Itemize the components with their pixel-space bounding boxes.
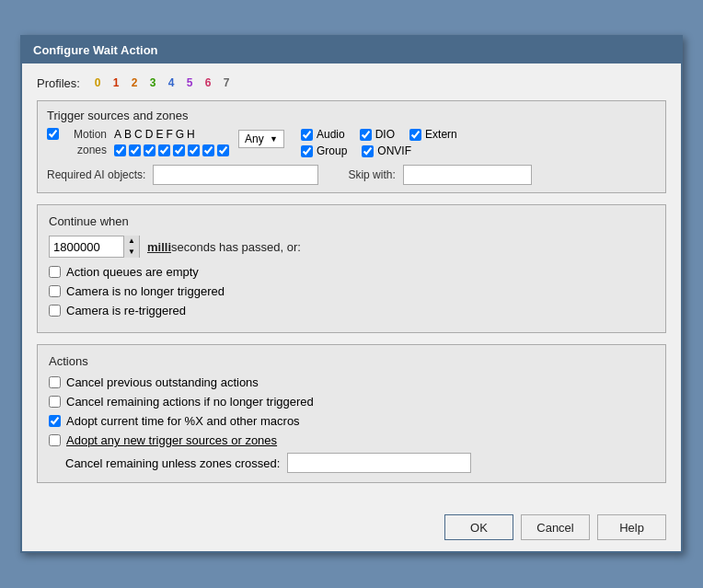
zone-b-label: B — [124, 128, 132, 141]
cancel-remaining-label: Cancel remaining actions if no longer tr… — [66, 395, 314, 409]
ms-prefix: milli — [147, 240, 171, 254]
cancel-remaining-checkbox[interactable] — [49, 396, 61, 408]
adopt-time-checkbox[interactable] — [49, 415, 61, 427]
re-triggered-checkbox[interactable] — [49, 305, 61, 317]
profile-0[interactable]: 0 — [89, 75, 106, 91]
zone-e-label: E — [156, 128, 163, 141]
continue-row: ▲ ▼ milliseconds has passed, or: — [49, 236, 654, 258]
re-triggered-label: Camera is re-triggered — [66, 304, 186, 317]
cancel-previous-row: Cancel previous outstanding actions — [49, 375, 654, 389]
profile-2[interactable]: 2 — [126, 75, 143, 91]
group-checkbox[interactable] — [301, 145, 313, 157]
cancel-zones-input[interactable] — [287, 453, 471, 473]
cancel-zones-label: Cancel remaining unless zones crossed: — [65, 456, 280, 470]
ms-rest: seconds has passed, or: — [171, 240, 301, 254]
main-trigger-checkbox[interactable] — [47, 128, 59, 140]
right-checks: Audio DIO Extern — [301, 128, 457, 157]
adopt-new-trigger-label: Adopt any new trigger sources or zones — [66, 433, 277, 447]
dialog-title: Configure Wait Action — [22, 37, 681, 63]
cancel-previous-label: Cancel previous outstanding actions — [66, 375, 259, 389]
cancel-button[interactable]: Cancel — [521, 514, 590, 540]
skip-with-label: Skip with: — [348, 168, 395, 181]
audio-label: Audio — [317, 128, 345, 141]
profile-1[interactable]: 1 — [108, 75, 124, 91]
dio-label: DIO — [375, 128, 395, 141]
cancel-previous-checkbox[interactable] — [49, 376, 61, 388]
profile-4[interactable]: 4 — [163, 75, 179, 91]
required-ai-label: Required AI objects: — [47, 168, 145, 181]
onvif-check-item: ONVIF — [362, 144, 411, 157]
zone-f-label: F — [166, 128, 172, 141]
zone-b-cb[interactable] — [129, 144, 141, 156]
skip-with-input[interactable] — [403, 165, 532, 185]
ms-spinner: ▲ ▼ — [123, 236, 139, 258]
action-queues-checkbox[interactable] — [49, 266, 61, 278]
extern-check-item: Extern — [409, 128, 457, 141]
zone-g-label: G — [176, 128, 184, 141]
ms-spin-down[interactable]: ▼ — [124, 247, 139, 258]
help-button[interactable]: Help — [597, 514, 666, 540]
action-queues-label: Action queues are empty — [66, 265, 199, 279]
adopt-new-trigger-row: Adopt any new trigger sources or zones — [49, 433, 654, 447]
zone-d-label: D — [145, 128, 154, 141]
required-row: Required AI objects: Skip with: — [47, 165, 656, 185]
configure-wait-dialog: Configure Wait Action Profiles: 0 1 2 3 … — [20, 35, 683, 553]
button-row: OK Cancel Help — [22, 507, 681, 551]
adopt-time-label: Adopt current time for %X and other macr… — [66, 414, 300, 428]
onvif-checkbox[interactable] — [362, 145, 374, 157]
zone-c-label: C — [134, 128, 143, 141]
zone-e-cb[interactable] — [173, 144, 185, 156]
cancel-zones-row: Cancel remaining unless zones crossed: — [49, 453, 654, 473]
audio-check-item: Audio — [301, 128, 345, 141]
extern-checkbox[interactable] — [409, 129, 421, 141]
profiles-row: Profiles: 0 1 2 3 4 5 6 7 — [37, 75, 666, 91]
no-longer-triggered-checkbox[interactable] — [49, 285, 61, 297]
motion-label: Motion — [68, 128, 107, 141]
profile-3[interactable]: 3 — [144, 75, 161, 91]
group-check-item: Group — [301, 144, 347, 157]
zones-label: zones — [68, 144, 107, 156]
ms-input-wrap: ▲ ▼ — [49, 236, 140, 258]
right-checks-row2: Group ONVIF — [301, 144, 457, 157]
adopt-time-row: Adopt current time for %X and other macr… — [49, 414, 654, 428]
cancel-remaining-row: Cancel remaining actions if no longer tr… — [49, 395, 654, 409]
continue-when-section: Continue when ▲ ▼ milliseconds has passe… — [37, 204, 666, 333]
zone-h-label: H — [187, 128, 195, 141]
trigger-panel: Trigger sources and zones Motion A B C D… — [37, 100, 666, 193]
actions-section: Actions Cancel previous outstanding acti… — [37, 344, 666, 483]
profiles-label: Profiles: — [37, 76, 80, 90]
profile-7[interactable]: 7 — [218, 75, 235, 91]
zone-c-cb[interactable] — [144, 144, 156, 156]
zone-letters-motion: A B C D E F G H — [114, 128, 195, 141]
onvif-label: ONVIF — [377, 144, 411, 157]
group-label: Group — [317, 144, 347, 157]
audio-checkbox[interactable] — [301, 129, 313, 141]
any-dropdown[interactable]: Any — [238, 130, 284, 148]
zone-a-label: A — [114, 128, 121, 141]
profile-5[interactable]: 5 — [181, 75, 198, 91]
zone-f-cb[interactable] — [188, 144, 200, 156]
right-checks-row1: Audio DIO Extern — [301, 128, 457, 141]
dio-check-item: DIO — [360, 128, 395, 141]
no-longer-triggered-row: Camera is no longer triggered — [49, 284, 654, 298]
profile-6[interactable]: 6 — [200, 75, 216, 91]
required-ai-input[interactable] — [153, 165, 318, 185]
re-triggered-row: Camera is re-triggered — [49, 304, 654, 317]
motion-row: Motion A B C D E F G H — [68, 128, 229, 141]
ok-button[interactable]: OK — [444, 514, 513, 540]
extern-label: Extern — [425, 128, 457, 141]
zone-g-cb[interactable] — [202, 144, 214, 156]
zone-a-cb[interactable] — [114, 144, 126, 156]
dio-checkbox[interactable] — [360, 129, 372, 141]
no-longer-triggered-label: Camera is no longer triggered — [66, 284, 225, 298]
actions-label: Actions — [49, 354, 654, 368]
adopt-new-trigger-checkbox[interactable] — [49, 434, 61, 446]
trigger-grid: Motion A B C D E F G H zones — [47, 128, 656, 159]
ms-value-input[interactable] — [50, 236, 123, 257]
trigger-title: Trigger sources and zones — [47, 109, 656, 122]
zone-d-cb[interactable] — [158, 144, 170, 156]
zone-h-cb[interactable] — [217, 144, 229, 156]
ms-text: milliseconds has passed, or: — [147, 240, 301, 254]
ms-spin-up[interactable]: ▲ — [124, 236, 139, 247]
continue-when-label: Continue when — [49, 214, 654, 228]
